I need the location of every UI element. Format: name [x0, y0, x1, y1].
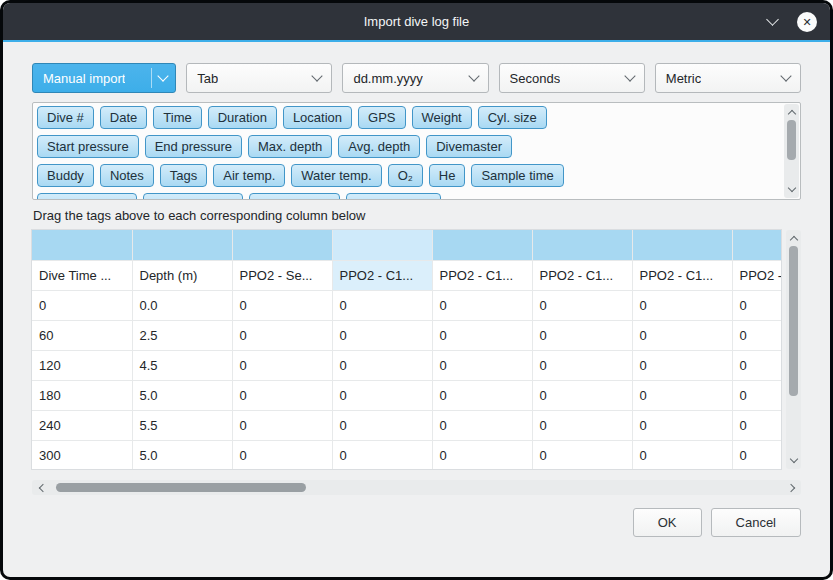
column-header-7: PPO2 - C1...	[732, 260, 781, 290]
tag-sample-depth[interactable]: Sample depth	[37, 193, 137, 200]
scroll-down-button[interactable]	[784, 184, 799, 196]
scroll-down-button[interactable]	[786, 455, 801, 467]
table-row: 2405.5000000	[32, 410, 781, 440]
drop-cell-4[interactable]	[432, 230, 532, 260]
chevron-right-icon	[786, 483, 794, 491]
tag-sample-po[interactable]: Sample pO₂	[249, 193, 339, 200]
tag-sample-cns[interactable]: Sample CNS	[346, 193, 441, 200]
drop-cell-7[interactable]	[732, 230, 781, 260]
hscrollbar-thumb[interactable]	[56, 483, 306, 492]
column-header-6: PPO2 - C1...	[632, 260, 732, 290]
scroll-up-button[interactable]	[784, 106, 799, 118]
table-cell: 0	[632, 320, 732, 350]
combo-import-mode[interactable]: Manual import	[32, 63, 176, 93]
table-cell: 0	[332, 410, 432, 440]
chevron-up-icon	[787, 110, 795, 118]
shade-button[interactable]	[761, 11, 783, 33]
tag-gps[interactable]: GPS	[358, 106, 405, 129]
scroll-left-button[interactable]	[33, 480, 49, 495]
tag-time[interactable]: Time	[153, 106, 201, 129]
options-row: Manual import Tab dd.mm.yyyy Seconds	[32, 63, 801, 93]
table-cell: 0	[632, 350, 732, 380]
table-cell: 5.0	[132, 440, 232, 469]
scrollbar-thumb[interactable]	[787, 120, 796, 160]
tag-weight[interactable]: Weight	[412, 106, 472, 129]
table-hscrollbar[interactable]	[32, 480, 801, 495]
tag-sample-time[interactable]: Sample time	[471, 164, 563, 187]
tag-o[interactable]: O₂	[388, 164, 423, 187]
close-icon: ✕	[797, 12, 817, 32]
ok-button[interactable]: OK	[633, 508, 702, 537]
chevron-down-icon	[312, 70, 323, 81]
combo-field-separator[interactable]: Tab	[186, 63, 332, 93]
tag-duration[interactable]: Duration	[208, 106, 277, 129]
scroll-right-button[interactable]	[784, 480, 800, 495]
table-cell: 0	[532, 320, 632, 350]
chevron-down-icon	[766, 13, 779, 26]
tag-he[interactable]: He	[429, 164, 466, 187]
combo-divider	[151, 68, 152, 88]
combo-date-format-value: dd.mm.yyyy	[353, 71, 422, 86]
drop-cell-5[interactable]	[532, 230, 632, 260]
window-frame: Import dive log file ✕ Manual import	[0, 0, 833, 580]
combo-duration-format-value: Seconds	[510, 71, 561, 86]
drop-cell-0[interactable]	[32, 230, 132, 260]
table-cell: 0	[232, 410, 332, 440]
tag-water-temp[interactable]: Water temp.	[291, 164, 381, 187]
scrollbar-thumb[interactable]	[789, 246, 798, 396]
table-cell: 0	[732, 380, 781, 410]
combo-duration-format[interactable]: Seconds	[499, 63, 645, 93]
tag-date[interactable]: Date	[100, 106, 147, 129]
table-cell: 0	[432, 290, 532, 320]
tag-row: Dive #DateTimeDurationLocationGPSWeightC…	[37, 106, 778, 129]
tag-divemaster[interactable]: Divemaster	[426, 135, 512, 158]
column-header-3: PPO2 - C1...	[332, 260, 432, 290]
table-cell: 0	[432, 320, 532, 350]
tag-end-pressure[interactable]: End pressure	[145, 135, 242, 158]
titlebar[interactable]: Import dive log file ✕	[3, 3, 830, 40]
table-cell: 0	[732, 320, 781, 350]
cancel-button[interactable]: Cancel	[711, 508, 801, 537]
tag-tags[interactable]: Tags	[160, 164, 207, 187]
table-cell: 0	[232, 380, 332, 410]
import-dialog: Import dive log file ✕ Manual import	[3, 3, 830, 577]
scroll-up-button[interactable]	[786, 232, 801, 244]
chevron-down-icon	[787, 184, 795, 192]
combo-units[interactable]: Metric	[655, 63, 801, 93]
table-cell: 5.0	[132, 380, 232, 410]
table-cell: 0	[732, 440, 781, 469]
tag-avg-depth[interactable]: Avg. depth	[338, 135, 420, 158]
table-vscrollbar[interactable]	[786, 230, 801, 469]
drop-cell-1[interactable]	[132, 230, 232, 260]
table-row: 1204.5000000	[32, 350, 781, 380]
tag-start-pressure[interactable]: Start pressure	[37, 135, 139, 158]
table-cell: 0	[732, 410, 781, 440]
drop-cell-2[interactable]	[232, 230, 332, 260]
tag-sample-temp[interactable]: Sample temp.	[143, 193, 243, 200]
tag-air-temp[interactable]: Air temp.	[213, 164, 285, 187]
tag-row: BuddyNotesTagsAir temp.Water temp.O₂HeSa…	[37, 164, 778, 187]
table-cell: 0	[232, 350, 332, 380]
table-cell: 0	[632, 410, 732, 440]
tag-buddy[interactable]: Buddy	[37, 164, 94, 187]
close-button[interactable]: ✕	[796, 11, 818, 33]
drop-cell-6[interactable]	[632, 230, 732, 260]
tag-notes[interactable]: Notes	[100, 164, 154, 187]
tag-max-depth[interactable]: Max. depth	[248, 135, 332, 158]
tag-dive[interactable]: Dive #	[37, 106, 94, 129]
tag-location[interactable]: Location	[283, 106, 352, 129]
table-cell: 0	[332, 380, 432, 410]
drop-target-row	[32, 230, 781, 260]
drop-cell-3[interactable]	[332, 230, 432, 260]
chevron-down-icon	[780, 70, 791, 81]
tag-pool-scrollbar[interactable]	[784, 104, 799, 198]
table-cell: 0	[632, 440, 732, 469]
table-cell: 0	[632, 380, 732, 410]
table-cell: 0	[332, 440, 432, 469]
tag-pool-rows: Dive #DateTimeDurationLocationGPSWeightC…	[37, 106, 778, 200]
tag-cyl-size[interactable]: Cyl. size	[478, 106, 547, 129]
table-row: 602.5000000	[32, 320, 781, 350]
table-row: 00.0000000	[32, 290, 781, 320]
chevron-down-icon	[158, 70, 169, 81]
combo-date-format[interactable]: dd.mm.yyyy	[342, 63, 488, 93]
